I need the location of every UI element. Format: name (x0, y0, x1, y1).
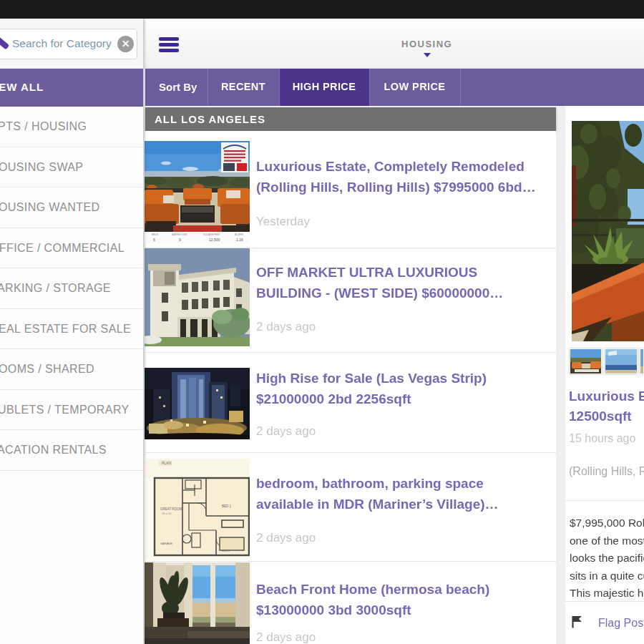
svg-text:1.16: 1.16 (236, 238, 243, 242)
svg-text:ACRES: ACRES (235, 233, 243, 236)
svg-text:SQUARE FEET: SQUARE FEET (203, 233, 220, 236)
svg-text:16 x 14: 16 x 14 (162, 512, 172, 515)
svg-text:BED 1: BED 1 (222, 504, 232, 508)
svg-text:BED 2: BED 2 (222, 549, 230, 552)
svg-text:PLAN: PLAN (162, 461, 171, 465)
svg-text:12,500: 12,500 (209, 238, 220, 242)
svg-text:6: 6 (153, 238, 155, 242)
svg-text:BEDS: BEDS (152, 233, 159, 236)
svg-text:BATHROOMS: BATHROOMS (172, 233, 187, 236)
svg-text:GREAT ROOM: GREAT ROOM (160, 507, 182, 511)
svg-text:GARAGE: GARAGE (160, 542, 172, 545)
svg-text:9: 9 (179, 238, 181, 242)
